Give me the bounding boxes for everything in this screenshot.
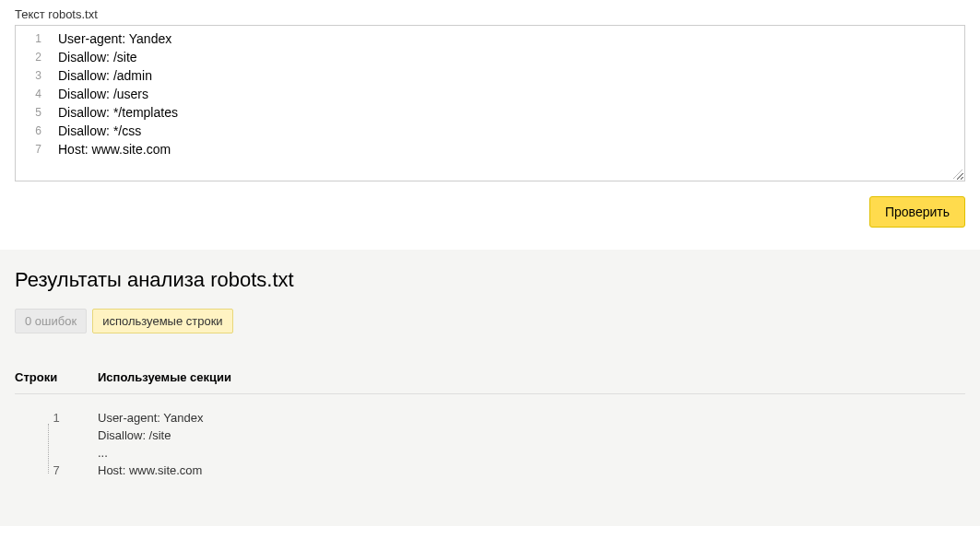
line-number: 2 xyxy=(16,48,41,66)
svg-line-1 xyxy=(957,173,962,179)
used-sections-column: User-agent: Yandex Disallow: /site ... H… xyxy=(98,409,965,479)
section-line: User-agent: Yandex xyxy=(98,409,965,427)
code-line: Disallow: */templates xyxy=(58,103,964,122)
column-header-lines: Строки xyxy=(15,370,98,384)
lines-range-column: 1 7 xyxy=(15,409,98,479)
robots-textarea[interactable]: 1 2 3 4 5 6 7 User-agent: Yandex Disallo… xyxy=(15,25,965,181)
check-button[interactable]: Проверить xyxy=(869,196,965,228)
code-line: Disallow: /admin xyxy=(58,66,964,85)
line-number: 6 xyxy=(16,122,41,140)
section-line: Host: www.site.com xyxy=(98,462,965,479)
editor-content[interactable]: User-agent: Yandex Disallow: /site Disal… xyxy=(49,29,964,158)
used-lines-badge: используемые строки xyxy=(92,309,233,333)
range-start: 1 xyxy=(15,409,98,427)
results-heading: Результаты анализа robots.txt xyxy=(15,268,965,292)
code-line: User-agent: Yandex xyxy=(58,29,964,48)
range-end: 7 xyxy=(15,462,98,479)
code-line: Disallow: */css xyxy=(58,122,964,140)
svg-line-2 xyxy=(961,177,962,179)
table-divider xyxy=(15,393,965,394)
section-line: Disallow: /site xyxy=(98,427,965,444)
column-header-sections: Используемые секции xyxy=(98,370,965,384)
line-number: 5 xyxy=(16,103,41,122)
svg-line-0 xyxy=(953,170,962,179)
resize-handle-icon[interactable] xyxy=(951,168,962,179)
code-line: Disallow: /site xyxy=(58,48,964,66)
robots-textarea-label: Текст robots.txt xyxy=(15,7,965,21)
line-number: 4 xyxy=(16,85,41,103)
section-line-ellipsis: ... xyxy=(98,444,965,462)
editor-gutter: 1 2 3 4 5 6 7 xyxy=(16,29,49,158)
code-line: Host: www.site.com xyxy=(58,140,964,158)
line-number: 3 xyxy=(16,66,41,85)
line-number: 1 xyxy=(16,29,41,48)
line-number: 7 xyxy=(16,140,41,158)
code-line: Disallow: /users xyxy=(58,85,964,103)
errors-badge: 0 ошибок xyxy=(15,309,87,333)
